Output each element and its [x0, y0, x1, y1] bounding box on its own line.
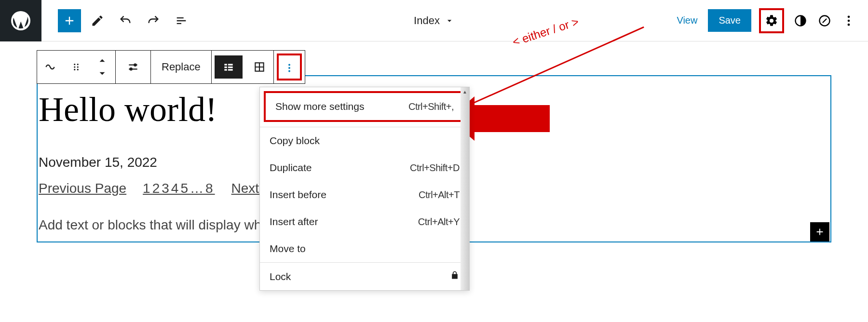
svg-point-2 — [848, 15, 850, 18]
query-loop-icon — [44, 61, 56, 73]
vertical-dots-icon — [842, 14, 855, 27]
drag-icon — [70, 61, 82, 73]
svg-rect-18 — [228, 69, 233, 70]
redo-icon — [147, 14, 160, 27]
plus-icon — [63, 14, 76, 27]
block-options-button[interactable] — [279, 55, 300, 80]
svg-point-7 — [74, 66, 75, 67]
block-toolbar: Replace — [37, 50, 305, 84]
menu-duplicate[interactable]: Duplicate Ctrl+Shift+D — [260, 154, 469, 181]
svg-point-21 — [288, 67, 290, 69]
editor-top-bar: Index View Save — [0, 0, 868, 41]
menu-label: Lock — [270, 271, 291, 282]
contrast-circle-icon — [794, 14, 807, 27]
wordpress-icon — [9, 9, 32, 32]
svg-point-22 — [288, 70, 290, 72]
block-options-menu: Show more settings Ctrl+Shift+, Copy blo… — [259, 87, 470, 291]
list-view-button[interactable] — [170, 9, 193, 32]
menu-shortcut: Ctrl+Alt+Y — [418, 216, 460, 228]
menu-shortcut: Ctrl+Alt+T — [419, 189, 460, 201]
list-view-icon — [175, 14, 188, 27]
annotation-arrow — [473, 105, 550, 132]
svg-point-12 — [130, 68, 132, 70]
svg-rect-15 — [224, 67, 227, 68]
options-button[interactable] — [839, 11, 858, 30]
plus-icon — [814, 227, 825, 237]
svg-point-5 — [74, 64, 75, 65]
display-settings-button[interactable] — [116, 51, 150, 83]
settings-button[interactable] — [762, 11, 781, 30]
header-right-controls: View Save — [677, 8, 868, 33]
svg-rect-16 — [228, 67, 233, 68]
styles-button[interactable] — [791, 11, 810, 30]
menu-label: Copy block — [270, 135, 320, 147]
svg-point-10 — [77, 69, 79, 70]
menu-move-to[interactable]: Move to — [260, 235, 469, 262]
svg-point-3 — [848, 19, 850, 22]
previous-page-link[interactable]: Previous Page — [39, 181, 126, 196]
sliders-icon — [127, 61, 139, 73]
list-layout-icon — [222, 61, 235, 73]
chevron-down-icon — [445, 16, 454, 26]
move-up-down[interactable] — [89, 51, 115, 83]
annotation-settings-highlight — [759, 8, 784, 33]
grid-layout-button[interactable] — [245, 51, 273, 83]
menu-copy-block[interactable]: Copy block — [260, 127, 469, 154]
menu-show-more-settings[interactable]: Show more settings Ctrl+Shift+, — [264, 91, 465, 122]
svg-point-9 — [74, 69, 75, 70]
wordpress-logo-button[interactable] — [0, 0, 41, 41]
svg-point-6 — [77, 64, 79, 65]
template-title-dropdown[interactable]: Index — [414, 14, 454, 27]
menu-label: Duplicate — [270, 162, 312, 174]
chevron-down-icon — [96, 67, 108, 80]
list-layout-button[interactable] — [215, 55, 243, 79]
append-block-button[interactable] — [810, 222, 829, 242]
chevron-up-icon — [96, 54, 108, 67]
view-link[interactable]: View — [677, 15, 697, 26]
page-numbers[interactable]: 12345…8 — [143, 181, 215, 196]
lock-icon — [450, 270, 460, 282]
menu-insert-before[interactable]: Insert before Ctrl+Alt+T — [260, 181, 469, 208]
vertical-dots-icon — [283, 62, 296, 74]
grid-icon — [253, 61, 266, 73]
drag-handle[interactable] — [63, 51, 89, 83]
menu-shortcut: Ctrl+Shift+, — [408, 101, 454, 112]
undo-button[interactable] — [114, 9, 137, 32]
save-button[interactable]: Save — [708, 9, 751, 32]
menu-lock[interactable]: Lock — [260, 263, 469, 290]
svg-point-20 — [288, 64, 290, 66]
menu-label: Move to — [270, 243, 306, 255]
menu-label: Insert after — [270, 216, 318, 228]
menu-shortcut: Ctrl+Shift+D — [410, 162, 460, 174]
gear-icon — [765, 14, 778, 27]
menu-scrollbar[interactable]: ▲ — [461, 87, 469, 290]
svg-point-11 — [134, 64, 136, 66]
annotation-more-highlight — [277, 54, 302, 80]
edit-button[interactable] — [86, 9, 109, 32]
add-block-button[interactable] — [58, 9, 81, 32]
pencil-icon — [91, 14, 104, 27]
svg-rect-13 — [224, 64, 227, 66]
svg-point-4 — [848, 23, 850, 26]
svg-point-8 — [77, 66, 79, 67]
navigation-button[interactable] — [815, 11, 834, 30]
menu-insert-after[interactable]: Insert after Ctrl+Alt+Y — [260, 208, 469, 235]
replace-button[interactable]: Replace — [151, 51, 211, 83]
menu-label: Show more settings — [275, 101, 364, 112]
compass-icon — [818, 14, 831, 27]
svg-rect-17 — [224, 69, 227, 70]
block-type-button[interactable] — [37, 51, 63, 83]
menu-label: Insert before — [270, 189, 326, 201]
svg-rect-14 — [228, 64, 233, 66]
template-title-label: Index — [414, 14, 440, 27]
redo-button[interactable] — [142, 9, 165, 32]
undo-icon — [119, 14, 132, 27]
